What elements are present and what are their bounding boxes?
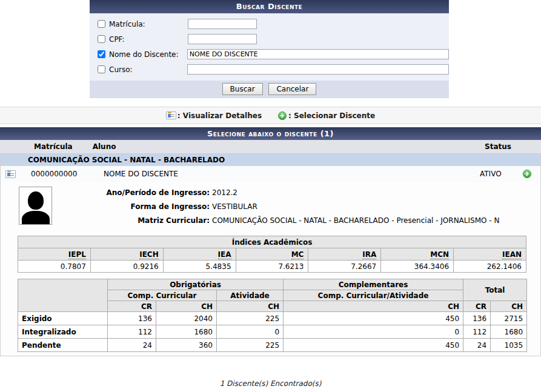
info-row-0: Ano/Período de Ingresso:2012.2 bbox=[73, 188, 499, 198]
legend-select-student-label: : Selecionar Discente bbox=[288, 111, 375, 120]
search-form-footer: Buscar Cancelar bbox=[90, 81, 449, 98]
totals-row-exigido: Exigido13620402254501362715 bbox=[18, 312, 527, 325]
nome-do-discente-label: Nome do Discente: bbox=[109, 50, 187, 59]
legend-view-details: : Visualizar Detalhes bbox=[166, 111, 262, 120]
student-info-rows: Ano/Período de Ingresso:2012.2Forma de I… bbox=[73, 187, 499, 230]
totals-cell: 136 bbox=[463, 312, 491, 325]
index-value-mcn: 364.3406 bbox=[381, 261, 454, 273]
cpf-input[interactable] bbox=[188, 34, 257, 44]
view-details-card-icon bbox=[166, 111, 176, 119]
totals-cell: 225 bbox=[217, 312, 284, 325]
search-field-row-nome-do-discente: Nome do Discente: bbox=[90, 47, 449, 62]
info-value: 2012.2 bbox=[212, 188, 237, 198]
totals-cell: 136 bbox=[108, 312, 156, 325]
totals-header-comp-curricular-atividade: Comp. Curricular/Atividade bbox=[284, 290, 463, 301]
index-header-mcn: MCN bbox=[381, 248, 454, 261]
academic-indices-table: Índices Acadêmicos IEPLIECHIEAMCIRAMCNIE… bbox=[18, 236, 526, 273]
icons-legend-bar: : Visualizar Detalhes : Selecionar Disce… bbox=[0, 107, 541, 124]
totals-row-label: Pendente bbox=[18, 339, 108, 352]
index-value-iean: 262.1406 bbox=[454, 261, 526, 273]
index-value-iech: 0.9216 bbox=[90, 261, 163, 273]
info-label: Matriz Curricular: bbox=[73, 216, 210, 226]
totals-cell: 112 bbox=[463, 325, 491, 339]
totals-header-obrigatorias: Obrigatórias bbox=[108, 279, 284, 290]
search-field-row-cpf: CPF: bbox=[90, 32, 449, 47]
totals-cell: 450 bbox=[284, 312, 463, 325]
matricula-label: Matrícula: bbox=[109, 20, 188, 28]
index-value-iea: 5.4835 bbox=[163, 261, 236, 273]
student-photo-silhouette bbox=[19, 187, 52, 225]
totals-unit-header: CH bbox=[217, 301, 284, 312]
totals-cell: 0 bbox=[284, 325, 463, 339]
curriculum-totals-table: Obrigatórias Complementares Total Comp. … bbox=[18, 279, 527, 352]
index-value-ira: 7.2667 bbox=[308, 261, 381, 273]
info-label: Forma de Ingresso: bbox=[73, 202, 210, 212]
index-value-mc: 7.6213 bbox=[236, 261, 308, 273]
search-field-row-matricula: Matrícula: bbox=[90, 16, 449, 32]
info-row-2: Matriz Curricular:COMUNICAÇÃO SOCIAL - N… bbox=[73, 216, 499, 226]
search-field-row-curso: Curso: bbox=[90, 62, 449, 77]
totals-cell: 360 bbox=[156, 339, 217, 352]
totals-unit-header: CH bbox=[156, 301, 217, 312]
course-group-row: COMUNICAÇÃO SOCIAL - NATAL - BACHARELADO bbox=[1, 154, 540, 166]
curso-input[interactable] bbox=[187, 64, 449, 75]
totals-row-label: Exigido bbox=[18, 312, 108, 325]
cpf-checkbox[interactable] bbox=[98, 35, 105, 43]
matricula-input[interactable] bbox=[188, 19, 257, 29]
totals-cell: 450 bbox=[284, 339, 463, 352]
totals-unit-header: CR bbox=[463, 301, 491, 312]
results-body-panel: COMUNICAÇÃO SOCIAL - NATAL - BACHARELADO… bbox=[0, 153, 541, 356]
cancel-button[interactable]: Cancelar bbox=[268, 83, 316, 95]
totals-cell: 2715 bbox=[491, 312, 527, 325]
legend-select-student: : Selecionar Discente bbox=[277, 111, 375, 121]
nome-do-discente-checkbox[interactable] bbox=[98, 50, 105, 58]
cpf-label: CPF: bbox=[109, 35, 188, 44]
indices-values-row: 0.78070.92165.48357.62137.2667364.340626… bbox=[18, 261, 526, 273]
index-header-iea: IEA bbox=[163, 248, 236, 261]
totals-header-comp-curricular: Comp. Curricular bbox=[108, 290, 217, 301]
indices-table-title: Índices Acadêmicos bbox=[18, 236, 526, 248]
index-header-ira: IRA bbox=[308, 248, 381, 261]
info-row-1: Forma de Ingresso:VESTIBULAR bbox=[73, 202, 499, 212]
totals-unit-header: CR bbox=[108, 301, 156, 312]
matricula-checkbox[interactable] bbox=[98, 20, 105, 28]
totals-cell: 24 bbox=[108, 339, 156, 352]
index-header-iean: IEAN bbox=[454, 248, 526, 261]
student-detail-section: Ano/Período de Ingresso:2012.2Forma de I… bbox=[1, 187, 540, 230]
totals-cell: 112 bbox=[108, 325, 156, 339]
totals-cell: 0 bbox=[217, 325, 284, 339]
totals-blank-cell bbox=[18, 279, 108, 312]
results-title: Selecione abaixo o discente (1) bbox=[0, 127, 541, 140]
totals-header-atividade: Atividade bbox=[217, 290, 284, 301]
select-student-arrow-icon bbox=[277, 111, 287, 121]
column-header-matricula: Matrícula bbox=[34, 142, 73, 151]
curso-label: Curso: bbox=[109, 65, 187, 74]
search-button[interactable]: Buscar bbox=[222, 83, 263, 95]
student-name: NOME DO DISCENTE bbox=[104, 170, 480, 178]
curso-checkbox[interactable] bbox=[98, 65, 105, 73]
column-header-status: Status bbox=[485, 142, 541, 151]
nome-do-discente-input[interactable] bbox=[187, 49, 449, 59]
totals-unit-header: CH bbox=[284, 301, 463, 312]
totals-row-label: Integralizado bbox=[18, 325, 108, 339]
info-value: VESTIBULAR bbox=[212, 202, 257, 212]
search-form-title: Buscar Discente bbox=[90, 0, 449, 13]
info-label: Ano/Período de Ingresso: bbox=[73, 188, 210, 198]
index-header-mc: MC bbox=[236, 248, 308, 261]
view-details-icon-button[interactable] bbox=[5, 170, 16, 178]
totals-cell: 1035 bbox=[491, 339, 527, 352]
index-header-iepl: IEPL bbox=[18, 248, 91, 261]
student-row: 0000000000 NOME DO DISCENTE ATIVO bbox=[1, 166, 540, 182]
totals-cell: 225 bbox=[217, 339, 284, 352]
totals-row-integralizado: Integralizado1121680001121680 bbox=[18, 325, 527, 339]
totals-group-header-row: Obrigatórias Complementares Total bbox=[18, 279, 527, 290]
totals-cell: 1680 bbox=[491, 325, 527, 339]
info-value: COMUNICAÇÃO SOCIAL - NATAL - BACHARELADO… bbox=[212, 216, 499, 226]
search-form-body: Matrícula:CPF:Nome do Discente:Curso: bbox=[90, 13, 449, 81]
results-column-headers: Matrícula Aluno Status bbox=[0, 140, 541, 153]
student-matricula: 0000000000 bbox=[31, 170, 88, 178]
indices-header-row: IEPLIECHIEAMCIRAMCNIEAN bbox=[18, 248, 526, 261]
totals-cell: 1680 bbox=[156, 325, 217, 339]
select-student-button[interactable] bbox=[522, 169, 540, 179]
student-status: ATIVO bbox=[480, 170, 522, 178]
